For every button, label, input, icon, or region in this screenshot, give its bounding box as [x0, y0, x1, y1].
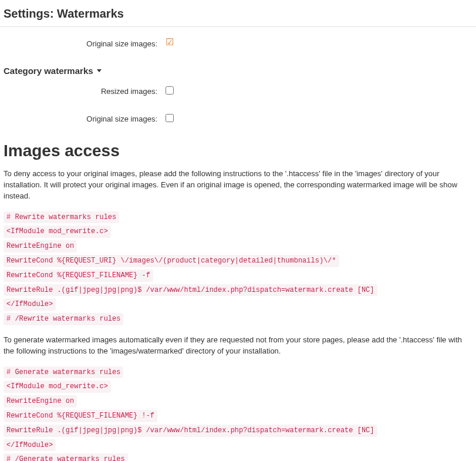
- code-line: </IfModule>: [4, 439, 56, 452]
- page-title: Settings: Watermarks: [4, 7, 472, 21]
- code-line: RewriteEngine on: [4, 395, 77, 408]
- code-line: # /Rewrite watermarks rules: [4, 313, 123, 325]
- code-line: RewriteCond %{REQUEST_FILENAME} !-f: [4, 410, 157, 422]
- original-size-checkbox-cat[interactable]: [166, 114, 174, 122]
- code-block-2: # Generate watermarks rules<IfModule mod…: [4, 365, 472, 461]
- images-access-para1: To deny access to your original images, …: [4, 169, 472, 202]
- code-line: RewriteEngine on: [4, 240, 77, 253]
- images-access-heading: Images access: [4, 142, 472, 160]
- original-size-label-top: Original size images:: [4, 39, 162, 48]
- resized-checkbox[interactable]: [166, 86, 174, 95]
- code-line: RewriteCond %{REQUEST_FILENAME} -f: [4, 270, 153, 282]
- code-line: # Rewrite watermarks rules: [4, 211, 119, 224]
- code-line: RewriteRule .(gif|jpeg|jpg|png)$ /var/ww…: [4, 284, 377, 297]
- content: Original size images: ☑ Category waterma…: [0, 27, 476, 461]
- code-line: </IfModule>: [4, 298, 56, 311]
- form-row-original-size-cat: Original size images:: [4, 114, 472, 124]
- resized-label: Resized images:: [4, 87, 162, 96]
- category-watermarks-title: Category watermarks: [4, 66, 93, 76]
- code-block-1: # Rewrite watermarks rules<IfModule mod_…: [4, 210, 472, 327]
- checkbox-checked-icon[interactable]: ☑: [166, 38, 175, 48]
- category-watermarks-section-toggle[interactable]: Category watermarks: [4, 66, 472, 76]
- code-line: # /Generate watermarks rules: [4, 453, 128, 461]
- original-size-label-cat: Original size images:: [4, 115, 162, 123]
- images-access-para2: To generate watermarked images automatic…: [4, 335, 472, 357]
- header: Settings: Watermarks: [0, 0, 476, 27]
- form-row-original-size-top: Original size images: ☑: [4, 39, 472, 48]
- code-line: RewriteCond %{REQUEST_URI} \/images\/(pr…: [4, 255, 339, 267]
- code-line: RewriteRule .(gif|jpeg|jpg|png)$ /var/ww…: [4, 425, 377, 437]
- code-line: <IfModule mod_rewrite.c>: [4, 381, 111, 393]
- caret-down-icon: [97, 69, 102, 72]
- form-row-resized: Resized images:: [4, 86, 472, 96]
- code-line: # Generate watermarks rules: [4, 366, 123, 379]
- code-line: <IfModule mod_rewrite.c>: [4, 226, 111, 238]
